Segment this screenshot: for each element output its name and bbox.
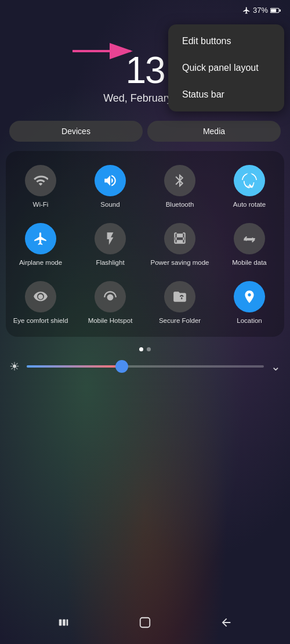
- status-bar-icons: 37%: [242, 6, 281, 15]
- wifi-tile[interactable]: Wi-Fi: [6, 158, 75, 214]
- location-tile[interactable]: Location: [215, 274, 284, 330]
- mobile-data-label: Mobile data: [232, 258, 266, 267]
- airplane-mode-icon: [242, 6, 251, 15]
- mobile-hotspot-icon: [95, 281, 126, 312]
- mobile-data-icon: [234, 223, 265, 254]
- nav-bar: [0, 608, 290, 644]
- mobile-hotspot-label: Mobile Hotspot: [88, 316, 133, 325]
- media-button[interactable]: Media: [147, 121, 281, 142]
- quick-tiles-grid: Wi-Fi Sound Bluetooth: [6, 151, 284, 337]
- panel-buttons: Devices Media: [9, 121, 281, 142]
- power-saving-tile[interactable]: Power saving mode: [145, 216, 215, 272]
- auto-rotate-icon: [234, 165, 265, 196]
- brightness-icon: ☀: [9, 359, 20, 373]
- airplane-mode-label: Airplane mode: [19, 258, 62, 267]
- status-bar: 37%: [0, 0, 290, 17]
- power-saving-label: Power saving mode: [151, 258, 209, 267]
- svg-point-5: [38, 294, 44, 300]
- sound-label: Sound: [100, 200, 119, 209]
- bluetooth-tile[interactable]: Bluetooth: [145, 158, 215, 214]
- location-icon: [234, 281, 265, 312]
- airplane-tile-icon: [25, 223, 56, 254]
- bluetooth-icon: [164, 165, 195, 196]
- battery-icon: [270, 7, 281, 14]
- auto-rotate-tile[interactable]: Auto rotate: [215, 158, 284, 214]
- secure-folder-label: Secure Folder: [159, 316, 201, 325]
- eye-comfort-tile[interactable]: Eye comfort shield: [6, 274, 75, 330]
- back-button[interactable]: [220, 616, 233, 632]
- flashlight-label: Flashlight: [96, 258, 124, 267]
- svg-rect-2: [280, 9, 281, 12]
- dot-2: [147, 347, 151, 351]
- flashlight-icon: [95, 223, 126, 254]
- dropdown-menu: Edit buttons Quick panel layout Status b…: [168, 24, 284, 111]
- mobile-hotspot-tile[interactable]: Mobile Hotspot: [75, 274, 145, 330]
- flashlight-tile[interactable]: Flashlight: [75, 216, 145, 272]
- location-label: Location: [237, 316, 262, 325]
- auto-rotate-label: Auto rotate: [233, 200, 266, 209]
- bluetooth-label: Bluetooth: [166, 200, 194, 209]
- mobile-data-tile[interactable]: Mobile data: [215, 216, 284, 272]
- wifi-icon: [25, 165, 56, 196]
- svg-rect-9: [140, 618, 150, 628]
- airplane-mode-tile[interactable]: Airplane mode: [6, 216, 75, 272]
- svg-rect-8: [67, 620, 68, 626]
- status-bar-item[interactable]: Status bar: [168, 81, 284, 108]
- power-saving-icon: [164, 223, 195, 254]
- secure-folder-tile[interactable]: Secure Folder: [145, 274, 215, 330]
- quick-panel-layout-item[interactable]: Quick panel layout: [168, 55, 284, 81]
- devices-button[interactable]: Devices: [9, 121, 143, 142]
- brightness-thumb[interactable]: [115, 360, 128, 373]
- svg-rect-6: [59, 620, 62, 626]
- sound-tile[interactable]: Sound: [75, 158, 145, 214]
- wifi-label: Wi-Fi: [33, 200, 49, 209]
- brightness-row: ☀ ⌄: [9, 359, 281, 373]
- brightness-expand-icon[interactable]: ⌄: [271, 359, 281, 373]
- svg-rect-7: [63, 620, 66, 626]
- eye-comfort-icon: [25, 281, 56, 312]
- sound-icon: [95, 165, 126, 196]
- brightness-slider[interactable]: [27, 365, 264, 368]
- home-button[interactable]: [139, 616, 151, 632]
- arrow-pointer: [70, 39, 139, 63]
- eye-comfort-label: Eye comfort shield: [13, 316, 68, 325]
- secure-folder-icon: [164, 281, 195, 312]
- dot-1: [139, 347, 143, 351]
- recents-button[interactable]: [57, 616, 70, 632]
- edit-buttons-item[interactable]: Edit buttons: [168, 28, 284, 55]
- brightness-fill: [27, 365, 122, 368]
- page-dots: [0, 347, 290, 351]
- svg-rect-1: [271, 9, 276, 12]
- battery-percentage: 37%: [253, 6, 268, 15]
